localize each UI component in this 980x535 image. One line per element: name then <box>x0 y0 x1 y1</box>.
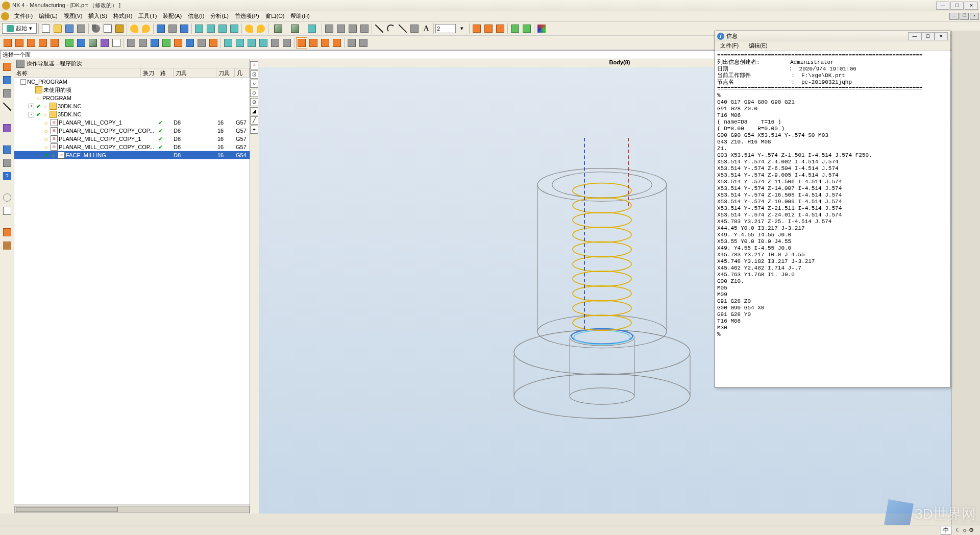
mfg-ex-12[interactable] <box>258 37 269 48</box>
info-menu-edit[interactable]: 编辑(E) <box>746 41 771 51</box>
mfg-ex-1[interactable] <box>126 37 137 48</box>
undo-button[interactable] <box>129 23 140 34</box>
info-close[interactable]: ✕ <box>935 32 948 40</box>
menu-assembly[interactable]: 装配(A) <box>160 11 185 21</box>
refresh-ccw[interactable] <box>243 23 255 34</box>
nav-operation[interactable] <box>2 61 13 72</box>
mfg-btn-3[interactable] <box>26 37 37 48</box>
menu-view[interactable]: 视图(V) <box>61 11 86 21</box>
info-window[interactable]: i 信息 — ☐ ✕ 文件(F) 编辑(E) =================… <box>715 31 950 388</box>
tree-expand[interactable]: - <box>29 112 34 117</box>
extra-2[interactable] <box>358 37 369 48</box>
sketch-line[interactable] <box>374 23 385 34</box>
view-snap-1[interactable]: ⊡ <box>250 70 258 79</box>
col-geom[interactable]: 几何体 <box>235 68 250 77</box>
csys-btn-2[interactable] <box>483 23 494 34</box>
tree-row[interactable]: ☼⊞PLANAR_MILL_COPY_COPY_1✔D816G57 <box>14 135 250 143</box>
tool-btn-1[interactable] <box>155 23 166 34</box>
menu-insert[interactable]: 插入(S) <box>85 11 110 21</box>
hscroll-thumb[interactable] <box>16 507 118 512</box>
nav-ie[interactable] <box>2 144 13 155</box>
view-fit[interactable] <box>193 23 205 34</box>
mfg-btn-2[interactable] <box>14 37 25 48</box>
mfg-ex-9[interactable] <box>223 37 234 48</box>
view-zoom[interactable] <box>205 23 216 34</box>
minimize-button[interactable]: — <box>936 2 949 10</box>
selection-filter-1[interactable] <box>296 37 307 48</box>
menu-file[interactable]: 文件(F) <box>11 11 36 21</box>
col-name[interactable]: 名称 <box>14 68 141 77</box>
tree-expand[interactable]: - <box>20 79 26 85</box>
tree-row[interactable]: +✔☼30DK.NC <box>14 102 250 110</box>
mfg-ex-6[interactable] <box>184 37 195 48</box>
view-snap-3[interactable]: ◇ <box>250 89 258 97</box>
refresh-cw[interactable] <box>255 23 266 34</box>
tool-btn-2[interactable] <box>167 23 178 34</box>
selection-filter-3[interactable] <box>320 37 331 48</box>
layer-1[interactable] <box>324 23 335 34</box>
nav-clock[interactable] <box>2 192 13 203</box>
selection-filter-4[interactable] <box>331 37 342 48</box>
status-icons[interactable]: ☾ ☼ ⚙ <box>953 527 976 533</box>
ime-indicator[interactable]: 中 <box>941 526 951 534</box>
shade-mode-2[interactable] <box>287 23 303 34</box>
nav-people[interactable] <box>2 240 13 251</box>
shade-mode-1[interactable] <box>270 23 286 34</box>
nav-reuse[interactable] <box>2 123 13 134</box>
close-button[interactable]: ✕ <box>965 2 978 10</box>
nav-roles[interactable] <box>2 227 13 238</box>
layer-3[interactable] <box>347 23 358 34</box>
view-rotate[interactable] <box>217 23 228 34</box>
print-button[interactable] <box>76 23 87 34</box>
maximize-button[interactable]: ☐ <box>950 2 964 10</box>
tree-expand[interactable]: + <box>29 104 34 109</box>
nav-book[interactable] <box>2 157 13 168</box>
mfg-verify[interactable] <box>87 37 99 48</box>
wcs-btn-1[interactable] <box>509 23 521 34</box>
mfg-ex-14[interactable] <box>281 37 292 48</box>
mfg-btn-1[interactable] <box>2 37 13 48</box>
mdi-restore[interactable]: ❐ <box>960 13 969 20</box>
shade-mode-3[interactable] <box>304 23 320 34</box>
menu-format[interactable]: 格式(R) <box>110 11 135 21</box>
view-snap-2[interactable]: ○ <box>250 80 258 88</box>
menu-analysis[interactable]: 分析(L) <box>207 11 231 21</box>
tree-row[interactable]: -✔☼35DK.NC <box>14 110 250 118</box>
view-snap-7[interactable]: + <box>250 126 258 134</box>
view-add[interactable]: + <box>250 61 258 69</box>
tree-row[interactable]: ☼⊞PLANAR_MILL_COPY_COPY_COP...✔D816G57 <box>14 143 250 151</box>
hscroll-track[interactable] <box>14 506 250 513</box>
save-button[interactable] <box>64 23 75 34</box>
tool-btn-3[interactable] <box>179 23 190 34</box>
info-maximize[interactable]: ☐ <box>921 32 935 40</box>
mfg-btn-4[interactable] <box>37 37 48 48</box>
menu-info[interactable]: 信息(I) <box>185 11 207 21</box>
number-input[interactable] <box>435 24 456 33</box>
info-body[interactable]: ========================================… <box>715 51 950 387</box>
tree-row[interactable]: ☼⊞PLANAR_MILL_COPY_1✔D816G57 <box>14 118 250 127</box>
menu-preferences[interactable]: 首选项(P) <box>232 11 262 21</box>
mfg-ex-10[interactable] <box>234 37 246 48</box>
view-snap-4[interactable]: ⊙ <box>250 98 258 106</box>
col-path[interactable]: 路径 <box>158 68 174 77</box>
mfg-ex-2[interactable] <box>137 37 149 48</box>
col-tool[interactable]: 刀具 <box>174 68 216 77</box>
info-menu-file[interactable]: 文件(F) <box>717 41 742 51</box>
csys-btn-3[interactable] <box>495 23 506 34</box>
wcs-btn-2[interactable] <box>521 23 532 34</box>
operation-tree[interactable]: -NC_PROGRAM未使用的项☼PROGRAM+✔☼30DK.NC-✔☼35D… <box>14 78 250 504</box>
layer-4[interactable] <box>359 23 370 34</box>
mfg-ex-7[interactable] <box>196 37 207 48</box>
mfg-post[interactable] <box>99 37 110 48</box>
mfg-ex-8[interactable] <box>208 37 219 48</box>
col-tc[interactable]: 换刀 <box>141 68 158 77</box>
tree-row[interactable]: ☼⊞PLANAR_MILL_COPY_COPY_COP...✔D816G57 <box>14 127 250 135</box>
menu-edit[interactable]: 编辑(E) <box>36 11 61 21</box>
mfg-ex-13[interactable] <box>270 37 281 48</box>
mfg-list[interactable] <box>111 37 122 48</box>
sketch-arc[interactable] <box>385 23 397 34</box>
view-snap-6[interactable]: ╱ <box>250 116 258 125</box>
tree-row[interactable]: ☼PROGRAM <box>14 94 250 102</box>
info-minimize[interactable]: — <box>908 32 921 40</box>
nav-sheet[interactable] <box>2 205 13 216</box>
